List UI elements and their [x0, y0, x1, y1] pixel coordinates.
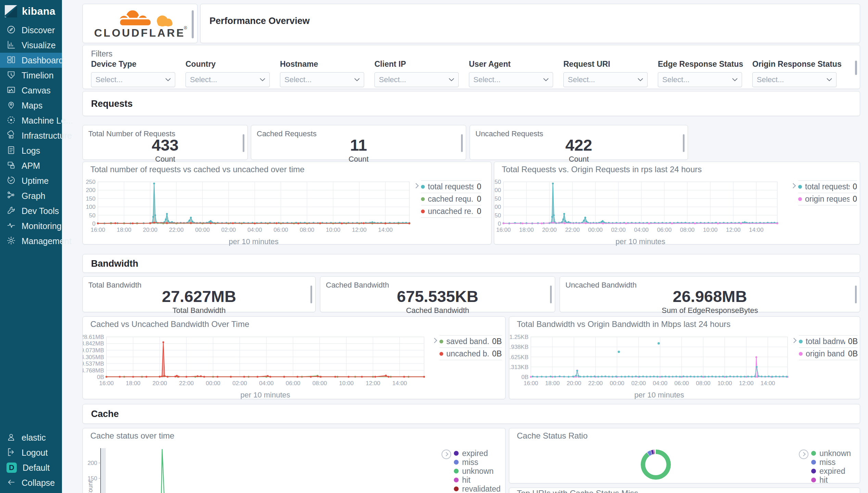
svg-text:04:00: 04:00 — [259, 380, 274, 387]
machine-learning-icon — [7, 115, 16, 126]
panel-scrollbar[interactable] — [310, 286, 312, 303]
legend-item-origin-band-[interactable]: origin band...0B — [799, 347, 858, 360]
sidebar-item-logout[interactable]: Logout — [0, 445, 62, 460]
panel-scrollbar[interactable] — [243, 134, 244, 152]
sidebar-item-maps[interactable]: Maps — [0, 98, 62, 113]
panel-scrollbar[interactable] — [683, 134, 685, 152]
legend-item-expired[interactable]: expired — [811, 467, 856, 476]
legend-value: 0B — [848, 337, 858, 346]
sidebar-item-graph[interactable]: Graph — [0, 188, 62, 203]
panel-scrollbar[interactable] — [192, 10, 194, 38]
sidebar-item-default[interactable]: DDefault — [0, 460, 62, 475]
legend-dot — [799, 352, 803, 356]
panel-scrollbar[interactable] — [461, 134, 463, 152]
sidebar-item-label: Default — [23, 463, 50, 473]
chevron-down-icon — [638, 77, 643, 83]
legend-item-unknown[interactable]: unknown — [454, 467, 505, 476]
svg-text:195.313KB: 195.313KB — [509, 364, 528, 370]
sidebar-item-discover[interactable]: Discover — [0, 23, 62, 38]
filter-select-edge-response-status[interactable]: Select... — [658, 72, 742, 87]
x-axis-label: per 10 minutes — [596, 237, 685, 246]
sidebar-item-infrastructure[interactable]: Infrastructure — [0, 128, 62, 143]
filter-select-country[interactable]: Select... — [186, 72, 270, 87]
filter-label: Device Type — [91, 60, 175, 69]
filter-field-origin-response-status: Origin Response StatusSelect... — [752, 60, 837, 87]
svg-text:08:00: 08:00 — [312, 380, 327, 387]
svg-text:14:00: 14:00 — [749, 227, 764, 233]
sidebar-item-apm[interactable]: APM — [0, 158, 62, 173]
panel-scrollbar[interactable] — [550, 286, 552, 303]
legend-item-uncached-re-[interactable]: uncached re...0 — [421, 205, 481, 218]
legend-item-hit[interactable]: hit — [811, 476, 856, 483]
uptime-icon — [7, 176, 16, 186]
legend-item-miss[interactable]: miss — [454, 458, 505, 467]
sidebar-item-management[interactable]: Management — [0, 233, 62, 249]
svg-text:781.25KB: 781.25KB — [509, 334, 528, 340]
chevron-down-icon — [543, 77, 549, 83]
svg-text:9.537MB: 9.537MB — [83, 361, 104, 367]
filter-select-user-agent[interactable]: Select... — [469, 72, 553, 87]
sidebar-item-canvas[interactable]: Canvas — [0, 83, 62, 98]
sidebar-item-dev-tools[interactable]: Dev Tools — [0, 203, 62, 218]
chart-legend: total requests0origin requests0 — [798, 180, 857, 205]
sidebar-item-machine-le[interactable]: Machine Le... — [0, 113, 62, 128]
panel-scrollbar[interactable] — [855, 61, 857, 75]
sidebar-item-dashboard[interactable]: Dashboard — [0, 53, 62, 68]
svg-text:50: 50 — [495, 212, 501, 219]
filter-select-client-ip[interactable]: Select... — [374, 72, 459, 87]
sidebar-item-label: Logout — [22, 448, 48, 458]
metric-value: 433 — [83, 136, 247, 154]
legend-item-saved-band-[interactable]: saved band...0B — [439, 335, 502, 347]
maps-icon — [7, 100, 16, 111]
sidebar-item-monitoring[interactable]: Monitoring — [0, 218, 62, 233]
legend-label: expired — [462, 449, 505, 458]
sidebar-item-visualize[interactable]: Visualize — [0, 38, 62, 53]
legend-toggle-icon[interactable] — [442, 450, 451, 459]
legend-item-unknown[interactable]: unknown — [811, 449, 856, 458]
chevron-down-icon — [260, 77, 265, 83]
legend-label: total requests — [428, 182, 474, 191]
sidebar-item-logs[interactable]: Logs — [0, 143, 62, 158]
sidebar-item-label: Infrastructure — [22, 131, 72, 141]
panel-chart-cache-status-ratio: Cache Status Ratio unknownmissexpiredhit — [509, 428, 860, 483]
sidebar-item-elastic[interactable]: elastic — [0, 430, 62, 445]
legend-item-cached-requ-[interactable]: cached requ...0 — [421, 193, 481, 205]
sidebar-items: DiscoverVisualizeDashboardTimelionCanvas… — [0, 23, 62, 249]
svg-text:02:00: 02:00 — [631, 380, 646, 387]
sidebar-item-uptime[interactable]: Uptime — [0, 173, 62, 188]
filter-select-device-type[interactable]: Select... — [91, 72, 175, 87]
legend-toggle-icon[interactable] — [799, 450, 808, 459]
filter-select-request-uri[interactable]: Select... — [563, 72, 648, 87]
legend-item-revalidated[interactable]: revalidated — [454, 484, 505, 493]
panel-scrollbar[interactable] — [855, 286, 857, 303]
filter-field-edge-response-status: Edge Response StatusSelect... — [658, 60, 742, 87]
legend-item-miss[interactable]: miss — [811, 458, 856, 467]
legend-dot — [798, 197, 802, 201]
sidebar-item-collapse[interactable]: Collapse — [0, 475, 62, 490]
legend-item-total-badnw-[interactable]: total badnw...0B — [799, 335, 858, 347]
dev-tools-icon — [7, 206, 16, 216]
legend-dot — [421, 185, 425, 189]
sidebar-item-timelion[interactable]: Timelion — [0, 68, 62, 83]
legend-item-uncached-b-[interactable]: uncached b...0B — [439, 347, 502, 360]
svg-text:16:00: 16:00 — [91, 227, 105, 233]
metric-panel-total-number-of-requests: Total Number of Requests433Count — [82, 125, 248, 160]
svg-text:12:00: 12:00 — [366, 380, 380, 387]
filter-select-origin-response-status[interactable]: Select... — [752, 72, 837, 87]
visualize-icon — [7, 40, 16, 51]
legend-label: total requests — [805, 182, 850, 191]
kibana-logo[interactable]: kibana — [0, 0, 62, 23]
legend-item-total-requests[interactable]: total requests0 — [421, 180, 481, 193]
kibana-logo-text: kibana — [22, 5, 55, 17]
svg-text:06:00: 06:00 — [273, 227, 288, 233]
filter-select-hostname[interactable]: Select... — [280, 72, 364, 87]
x-axis-label: per 10 minutes — [615, 391, 704, 400]
svg-text:200: 200 — [494, 187, 501, 193]
legend-item-origin-requests[interactable]: origin requests0 — [798, 193, 857, 205]
svg-text:150: 150 — [86, 195, 95, 202]
sidebar-item-label: Dev Tools — [22, 206, 59, 216]
legend-item-expired[interactable]: expired — [454, 449, 505, 458]
legend-item-hit[interactable]: hit — [454, 476, 505, 484]
legend-dot — [454, 478, 459, 482]
legend-item-total-requests[interactable]: total requests0 — [798, 180, 857, 193]
